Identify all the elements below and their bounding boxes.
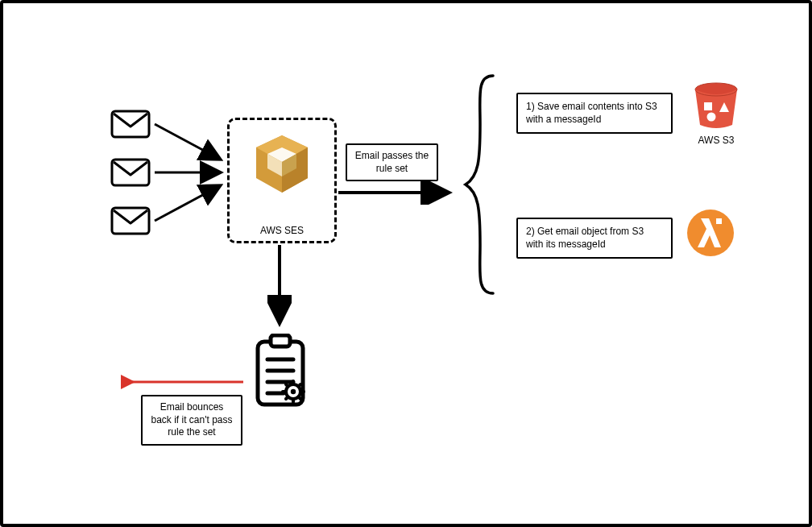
aws-ses-icon <box>250 131 314 204</box>
s3-bucket-icon <box>690 80 742 131</box>
diagram-canvas: AWS SES Email passes the rule set 1) Sav… <box>0 0 812 527</box>
arrow-bounce-back <box>121 374 250 390</box>
label-step2: 2) Get email object from S3 with its mes… <box>516 218 673 259</box>
svg-rect-22 <box>271 335 290 346</box>
aws-ses-node: AWS SES <box>227 118 337 243</box>
aws-ses-label: AWS SES <box>230 225 334 236</box>
svg-rect-0 <box>112 111 149 137</box>
mail-icon <box>110 206 151 235</box>
aws-s3-node: AWS S3 <box>684 80 748 146</box>
svg-rect-15 <box>704 102 712 110</box>
mail-icon <box>110 110 151 139</box>
svg-line-3 <box>155 124 219 159</box>
svg-line-36 <box>299 384 301 387</box>
svg-rect-1 <box>112 160 149 185</box>
label-pass-ruleset: Email passes the rule set <box>346 143 438 181</box>
label-bounce-back: Email bounces back if it can't pass rule… <box>141 395 242 446</box>
svg-line-5 <box>155 186 219 221</box>
label-step1: 1) Save email contents into S3 with a me… <box>516 93 673 134</box>
svg-rect-2 <box>112 208 149 234</box>
clipboard-ruleset-icon <box>250 334 314 411</box>
curly-brace-icon <box>461 72 501 297</box>
svg-line-33 <box>286 384 288 387</box>
svg-line-35 <box>286 397 288 400</box>
svg-point-28 <box>291 389 296 394</box>
arrow-ses-to-branch <box>335 181 456 205</box>
svg-line-34 <box>299 397 301 400</box>
aws-lambda-icon <box>686 209 735 257</box>
aws-s3-label: AWS S3 <box>684 135 748 146</box>
arrows-emails-to-ses <box>148 108 237 245</box>
svg-rect-19 <box>716 218 722 224</box>
mail-icon <box>110 158 151 187</box>
arrow-ses-to-rulecheck <box>267 242 292 330</box>
svg-point-16 <box>707 113 716 122</box>
